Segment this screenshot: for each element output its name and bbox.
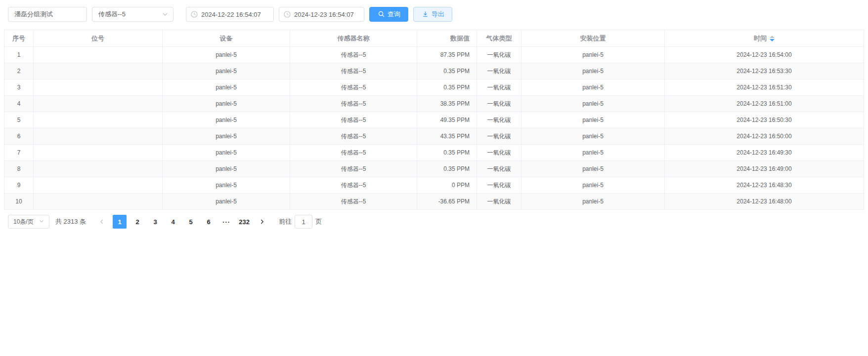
sort-control[interactable] (770, 35, 775, 42)
col-index: 序号 (4, 30, 34, 47)
cell-index: 5 (4, 112, 34, 128)
table-row: 6panlei-5传感器--543.35 PPM一氧化碳panlei-52024… (4, 128, 864, 145)
cell-gas: 一氧化碳 (477, 194, 521, 210)
page-size-select[interactable]: 10条/页 (8, 215, 49, 229)
cell-sensor: 传感器--5 (290, 194, 417, 210)
pager-page-button[interactable]: 5 (184, 215, 198, 229)
col-sensor-name: 传感器名称 (290, 30, 417, 47)
cell-device: panlei-5 (163, 194, 290, 210)
cell-sensor: 传感器--5 (290, 47, 417, 63)
query-toolbar: 传感器--5 2024-12-22 16:54:07 2024-12-23 16… (0, 0, 868, 22)
cell-index: 2 (4, 63, 34, 79)
export-button[interactable]: 导出 (413, 7, 452, 22)
sensor-data-table: 序号 位号 设备 传感器名称 数据值 气体类型 安装位置 时间 1panlei-… (4, 30, 864, 210)
pager-ellipsis[interactable]: ··· (219, 215, 233, 229)
cell-location: panlei-5 (521, 177, 665, 194)
goto-page-input[interactable] (295, 215, 312, 229)
cell-value: 0.35 PPM (417, 161, 477, 177)
group-search-input[interactable] (8, 7, 87, 22)
cell-time: 2024-12-23 16:49:00 (665, 161, 864, 177)
cell-value: -36.65 PPM (417, 194, 477, 210)
cell-gas: 一氧化碳 (477, 177, 521, 194)
cell-time: 2024-12-23 16:54:00 (665, 47, 864, 63)
cell-sensor: 传感器--5 (290, 63, 417, 79)
page-unit-label: 页 (315, 217, 322, 226)
cell-value: 43.35 PPM (417, 128, 477, 145)
cell-device: panlei-5 (163, 79, 290, 96)
cell-time: 2024-12-23 16:51:00 (665, 96, 864, 112)
cell-tag (34, 47, 163, 63)
table-row: 1panlei-5传感器--587.35 PPM一氧化碳panlei-52024… (4, 47, 864, 63)
end-time-value: 2024-12-23 16:54:07 (294, 11, 354, 18)
cell-value: 0.35 PPM (417, 145, 477, 161)
pager-page-button[interactable]: 4 (166, 215, 180, 229)
cell-index: 3 (4, 79, 34, 96)
total-count: 共 2313 条 (55, 217, 86, 226)
col-time[interactable]: 时间 (665, 30, 864, 47)
cell-location: panlei-5 (521, 96, 665, 112)
cell-tag (34, 194, 163, 210)
cell-device: panlei-5 (163, 47, 290, 63)
cell-tag (34, 145, 163, 161)
cell-value: 0 PPM (417, 177, 477, 194)
pager: 1 2 3 4 5 6 ··· 232 (93, 215, 271, 229)
cell-index: 9 (4, 177, 34, 194)
cell-sensor: 传感器--5 (290, 112, 417, 128)
cell-sensor: 传感器--5 (290, 96, 417, 112)
cell-tag (34, 63, 163, 79)
cell-time: 2024-12-23 16:48:30 (665, 177, 864, 194)
start-time-picker[interactable]: 2024-12-22 16:54:07 (186, 7, 274, 22)
pager-page-button[interactable]: 232 (237, 215, 251, 229)
cell-time: 2024-12-23 16:53:30 (665, 63, 864, 79)
cell-time: 2024-12-23 16:48:00 (665, 194, 864, 210)
query-button-label: 查询 (388, 10, 400, 19)
cell-location: panlei-5 (521, 112, 665, 128)
cell-time: 2024-12-23 16:50:30 (665, 112, 864, 128)
cell-gas: 一氧化碳 (477, 79, 521, 96)
col-gas-type: 气体类型 (477, 30, 521, 47)
table-row: 9panlei-5传感器--50 PPM一氧化碳panlei-52024-12-… (4, 177, 864, 194)
pager-page-button[interactable]: 6 (202, 215, 216, 229)
cell-index: 6 (4, 128, 34, 145)
cell-sensor: 传感器--5 (290, 79, 417, 96)
table-row: 4panlei-5传感器--538.35 PPM一氧化碳panlei-52024… (4, 96, 864, 112)
sensor-select[interactable]: 传感器--5 (92, 7, 174, 22)
query-button[interactable]: 查询 (369, 7, 408, 22)
start-time-value: 2024-12-22 16:54:07 (201, 11, 261, 18)
col-value: 数据值 (417, 30, 477, 47)
pager-page-button[interactable]: 1 (113, 215, 127, 229)
table-row: 5panlei-5传感器--549.35 PPM一氧化碳panlei-52024… (4, 112, 864, 128)
cell-sensor: 传感器--5 (290, 161, 417, 177)
cell-time: 2024-12-23 16:50:00 (665, 128, 864, 145)
cell-device: panlei-5 (163, 63, 290, 79)
table-header-row: 序号 位号 设备 传感器名称 数据值 气体类型 安装位置 时间 (4, 30, 864, 47)
col-location: 安装位置 (521, 30, 665, 47)
sort-caret-descending-icon[interactable] (770, 39, 775, 41)
pager-page-button[interactable]: 2 (130, 215, 144, 229)
cell-location: panlei-5 (521, 194, 665, 210)
download-icon (421, 10, 429, 18)
table-row: 8panlei-5传感器--50.35 PPM一氧化碳panlei-52024-… (4, 161, 864, 177)
clock-icon (190, 10, 198, 18)
sensor-select-value: 传感器--5 (98, 10, 126, 19)
search-icon (377, 10, 385, 18)
table-row: 3panlei-5传感器--50.35 PPM一氧化碳panlei-52024-… (4, 79, 864, 96)
cell-gas: 一氧化碳 (477, 112, 521, 128)
cell-value: 38.35 PPM (417, 96, 477, 112)
cell-device: panlei-5 (163, 128, 290, 145)
col-device: 设备 (163, 30, 290, 47)
pager-page-button[interactable]: 3 (148, 215, 162, 229)
cell-gas: 一氧化碳 (477, 47, 521, 63)
cell-time: 2024-12-23 16:49:30 (665, 145, 864, 161)
cell-value: 87.35 PPM (417, 47, 477, 63)
goto-label: 前往 (279, 217, 292, 226)
cell-index: 1 (4, 47, 34, 63)
cell-gas: 一氧化碳 (477, 161, 521, 177)
cell-location: panlei-5 (521, 161, 665, 177)
next-page-button[interactable] (255, 215, 269, 229)
end-time-picker[interactable]: 2024-12-23 16:54:07 (279, 7, 364, 22)
clock-icon (283, 10, 291, 18)
cell-sensor: 传感器--5 (290, 177, 417, 194)
sort-caret-ascending-icon[interactable] (770, 36, 775, 38)
prev-page-button[interactable] (95, 215, 109, 229)
